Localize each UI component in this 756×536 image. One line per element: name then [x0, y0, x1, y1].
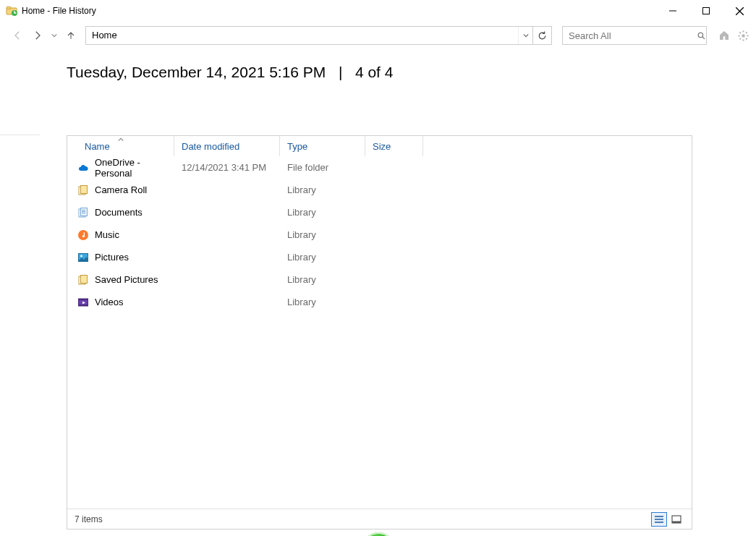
search-box[interactable]: [562, 26, 707, 45]
svg-rect-19: [672, 521, 681, 523]
app-icon: [6, 5, 17, 17]
navigation-bar: Home: [0, 22, 756, 49]
item-type: Library: [280, 274, 365, 285]
window-controls: [656, 0, 756, 22]
item-name: Videos: [95, 297, 124, 307]
item-icon: [77, 297, 89, 308]
address-text: Home: [86, 27, 518, 44]
heading-timestamp: Tuesday, December 14, 2021 5:16 PM: [67, 64, 326, 80]
search-icon[interactable]: [696, 31, 706, 41]
status-bar: 7 items: [67, 509, 692, 529]
column-name-label: Name: [85, 141, 110, 152]
column-size[interactable]: Size: [365, 136, 423, 156]
list-item[interactable]: DocumentsLibrary: [67, 201, 692, 224]
heading-counter: 4 of 4: [355, 64, 394, 80]
address-dropdown[interactable]: [518, 27, 532, 44]
item-type: File folder: [280, 162, 365, 173]
item-icon: [77, 162, 89, 174]
svg-rect-3: [703, 8, 710, 14]
address-bar[interactable]: Home: [85, 26, 552, 45]
svg-point-4: [698, 33, 703, 38]
left-gutter: [0, 135, 40, 135]
item-icon: [77, 252, 89, 263]
close-button[interactable]: [723, 0, 756, 22]
item-type: Library: [280, 207, 365, 218]
item-name: Camera Roll: [95, 184, 147, 195]
item-name: OneDrive - Personal: [95, 157, 174, 179]
back-button[interactable]: [9, 27, 26, 44]
file-list-pane: Name Date modified Type Size OneDrive - …: [67, 135, 692, 529]
history-dropdown[interactable]: [49, 27, 59, 44]
item-date: 12/14/2021 3:41 PM: [174, 162, 280, 173]
item-type: Library: [280, 297, 365, 307]
details-view-button[interactable]: [651, 512, 667, 527]
item-name: Music: [95, 229, 119, 240]
history-heading: Tuesday, December 14, 2021 5:16 PM | 4 o…: [0, 49, 756, 91]
status-count: 7 items: [75, 514, 103, 524]
forward-button[interactable]: [29, 27, 46, 44]
window-title: Home - File History: [17, 6, 656, 16]
list-item[interactable]: VideosLibrary: [67, 291, 692, 313]
item-icon: [77, 184, 89, 196]
column-type-label: Type: [287, 141, 307, 152]
svg-point-12: [80, 255, 82, 257]
svg-rect-17: [79, 305, 88, 306]
svg-rect-14: [81, 275, 88, 283]
column-size-label: Size: [373, 141, 391, 152]
heading-separator: |: [339, 64, 342, 80]
settings-gear-icon[interactable]: [736, 28, 750, 43]
titlebar: Home - File History: [0, 0, 756, 22]
listview-header: Name Date modified Type Size: [67, 136, 692, 156]
sort-indicator-asc-icon: [118, 136, 124, 143]
list-item[interactable]: PicturesLibrary: [67, 246, 692, 268]
item-name: Pictures: [95, 252, 129, 263]
file-rows: OneDrive - Personal12/14/2021 3:41 PMFil…: [67, 156, 692, 313]
maximize-button[interactable]: [689, 0, 723, 22]
up-button[interactable]: [62, 27, 80, 44]
item-type: Library: [280, 184, 365, 195]
item-icon: [77, 274, 89, 286]
refresh-button[interactable]: [532, 27, 551, 44]
minimize-button[interactable]: [656, 0, 689, 22]
svg-point-10: [78, 230, 88, 240]
item-type: Library: [280, 229, 365, 240]
column-date-label: Date modified: [182, 141, 239, 152]
svg-rect-16: [79, 299, 88, 300]
column-date[interactable]: Date modified: [174, 136, 280, 156]
restore-button[interactable]: [362, 532, 395, 536]
svg-point-5: [742, 34, 745, 38]
item-type: Library: [280, 252, 365, 263]
view-toggle: [651, 512, 684, 527]
thumbnails-view-button[interactable]: [668, 512, 684, 527]
column-name[interactable]: Name: [67, 136, 174, 156]
item-icon: [77, 229, 89, 241]
item-name: Documents: [95, 207, 143, 218]
home-icon[interactable]: [717, 28, 731, 43]
svg-rect-7: [81, 185, 88, 193]
svg-rect-1: [7, 7, 11, 9]
column-type[interactable]: Type: [280, 136, 365, 156]
list-item[interactable]: Saved PicturesLibrary: [67, 268, 692, 291]
list-item[interactable]: OneDrive - Personal12/14/2021 3:41 PMFil…: [67, 156, 692, 179]
item-icon: [77, 207, 89, 218]
list-item[interactable]: MusicLibrary: [67, 224, 692, 246]
list-item[interactable]: Camera RollLibrary: [67, 179, 692, 201]
search-input[interactable]: [563, 27, 696, 44]
item-name: Saved Pictures: [95, 274, 158, 285]
toolbar-right: [717, 28, 750, 43]
